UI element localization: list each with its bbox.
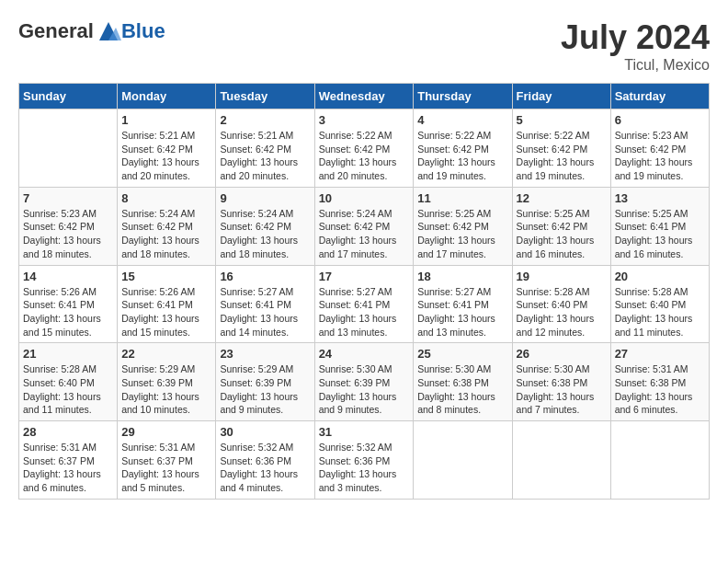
day-number: 11 [417,191,507,205]
day-number: 28 [23,425,113,439]
day-number: 18 [417,270,507,283]
day-info: Sunrise: 5:21 AMSunset: 6:42 PMDaylight:… [220,129,310,183]
day-info: Sunrise: 5:25 AMSunset: 6:42 PMDaylight:… [417,207,507,261]
day-number: 27 [615,347,705,361]
day-info: Sunrise: 5:24 AMSunset: 6:42 PMDaylight:… [220,207,310,261]
calendar-day-cell: 24Sunrise: 5:30 AMSunset: 6:39 PMDayligh… [314,343,414,421]
calendar-day-cell: 28Sunrise: 5:31 AMSunset: 6:37 PMDayligh… [19,421,118,500]
day-of-week-header: Wednesday [314,84,414,109]
day-info: Sunrise: 5:24 AMSunset: 6:42 PMDaylight:… [319,207,410,261]
day-number: 12 [517,191,607,205]
day-info: Sunrise: 5:30 AMSunset: 6:38 PMDaylight:… [417,362,507,417]
calendar-day-cell [414,421,512,500]
day-number: 23 [220,347,310,361]
calendar-day-cell: 21Sunrise: 5:28 AMSunset: 6:40 PMDayligh… [19,343,118,421]
day-info: Sunrise: 5:29 AMSunset: 6:39 PMDaylight:… [121,362,211,417]
day-number: 25 [417,347,507,361]
day-number: 4 [417,113,507,127]
logo: General Blue [18,18,165,44]
calendar-day-cell [512,421,610,500]
calendar-day-cell: 22Sunrise: 5:29 AMSunset: 6:39 PMDayligh… [118,343,216,421]
calendar-day-cell: 26Sunrise: 5:30 AMSunset: 6:38 PMDayligh… [512,343,610,421]
calendar-day-cell: 31Sunrise: 5:32 AMSunset: 6:36 PMDayligh… [314,421,414,500]
day-info: Sunrise: 5:24 AMSunset: 6:42 PMDaylight:… [121,207,211,261]
day-number: 7 [23,191,113,205]
day-info: Sunrise: 5:28 AMSunset: 6:40 PMDaylight:… [615,285,705,339]
calendar-day-cell: 29Sunrise: 5:31 AMSunset: 6:37 PMDayligh… [118,421,216,500]
calendar-day-cell: 8Sunrise: 5:24 AMSunset: 6:42 PMDaylight… [118,187,216,265]
day-info: Sunrise: 5:26 AMSunset: 6:41 PMDaylight:… [121,285,211,339]
day-of-week-header: Tuesday [216,84,314,109]
calendar-day-cell: 27Sunrise: 5:31 AMSunset: 6:38 PMDayligh… [610,343,709,421]
day-info: Sunrise: 5:31 AMSunset: 6:37 PMDaylight:… [121,441,211,495]
day-info: Sunrise: 5:25 AMSunset: 6:41 PMDaylight:… [615,207,705,261]
day-info: Sunrise: 5:22 AMSunset: 6:42 PMDaylight:… [319,129,410,183]
day-info: Sunrise: 5:31 AMSunset: 6:37 PMDaylight:… [23,441,113,495]
day-info: Sunrise: 5:28 AMSunset: 6:40 PMDaylight:… [23,362,113,417]
day-info: Sunrise: 5:27 AMSunset: 6:41 PMDaylight:… [319,285,410,339]
calendar-day-cell: 12Sunrise: 5:25 AMSunset: 6:42 PMDayligh… [512,187,610,265]
day-info: Sunrise: 5:32 AMSunset: 6:36 PMDaylight:… [319,441,410,495]
calendar-day-cell: 2Sunrise: 5:21 AMSunset: 6:42 PMDaylight… [216,109,314,188]
calendar-day-cell [19,109,118,188]
title-block: July 2024 Ticul, Mexico [561,18,710,74]
month-year-title: July 2024 [561,18,710,57]
calendar-day-cell: 1Sunrise: 5:21 AMSunset: 6:42 PMDaylight… [118,109,216,188]
calendar-day-cell: 18Sunrise: 5:27 AMSunset: 6:41 PMDayligh… [414,265,512,343]
day-number: 8 [121,191,211,205]
calendar-day-cell: 4Sunrise: 5:22 AMSunset: 6:42 PMDaylight… [414,109,512,188]
calendar-day-cell: 7Sunrise: 5:23 AMSunset: 6:42 PMDaylight… [19,187,118,265]
calendar-day-cell: 3Sunrise: 5:22 AMSunset: 6:42 PMDaylight… [314,109,414,188]
day-number: 2 [220,113,310,127]
day-info: Sunrise: 5:28 AMSunset: 6:40 PMDaylight:… [517,285,607,339]
calendar-day-cell: 11Sunrise: 5:25 AMSunset: 6:42 PMDayligh… [414,187,512,265]
day-info: Sunrise: 5:23 AMSunset: 6:42 PMDaylight:… [615,129,705,183]
day-info: Sunrise: 5:30 AMSunset: 6:38 PMDaylight:… [517,362,607,417]
day-of-week-header: Thursday [414,84,512,109]
day-info: Sunrise: 5:25 AMSunset: 6:42 PMDaylight:… [517,207,607,261]
day-number: 20 [615,270,705,283]
day-of-week-header: Saturday [610,84,709,109]
calendar-day-cell: 9Sunrise: 5:24 AMSunset: 6:42 PMDaylight… [216,187,314,265]
calendar-day-cell: 17Sunrise: 5:27 AMSunset: 6:41 PMDayligh… [314,265,414,343]
day-info: Sunrise: 5:26 AMSunset: 6:41 PMDaylight:… [23,285,113,339]
day-info: Sunrise: 5:29 AMSunset: 6:39 PMDaylight:… [220,362,310,417]
day-number: 31 [319,425,410,439]
calendar-day-cell: 30Sunrise: 5:32 AMSunset: 6:36 PMDayligh… [216,421,314,500]
calendar-week-row: 14Sunrise: 5:26 AMSunset: 6:41 PMDayligh… [19,265,710,343]
page-header: General Blue July 2024 Ticul, Mexico [18,18,710,74]
calendar-day-cell: 20Sunrise: 5:28 AMSunset: 6:40 PMDayligh… [610,265,709,343]
day-number: 17 [319,270,410,283]
calendar-day-cell: 5Sunrise: 5:22 AMSunset: 6:42 PMDaylight… [512,109,610,188]
calendar-week-row: 7Sunrise: 5:23 AMSunset: 6:42 PMDaylight… [19,187,710,265]
calendar-day-cell: 16Sunrise: 5:27 AMSunset: 6:41 PMDayligh… [216,265,314,343]
day-number: 3 [319,113,410,127]
day-info: Sunrise: 5:23 AMSunset: 6:42 PMDaylight:… [23,207,113,261]
calendar-day-cell: 10Sunrise: 5:24 AMSunset: 6:42 PMDayligh… [314,187,414,265]
location-subtitle: Ticul, Mexico [561,57,710,74]
day-of-week-header: Friday [512,84,610,109]
calendar-day-cell: 25Sunrise: 5:30 AMSunset: 6:38 PMDayligh… [414,343,512,421]
logo-blue: Blue [121,19,165,43]
calendar-week-row: 21Sunrise: 5:28 AMSunset: 6:40 PMDayligh… [19,343,710,421]
day-number: 5 [517,113,607,127]
logo-icon [96,18,121,44]
day-number: 19 [517,270,607,283]
calendar-day-cell: 14Sunrise: 5:26 AMSunset: 6:41 PMDayligh… [19,265,118,343]
day-info: Sunrise: 5:22 AMSunset: 6:42 PMDaylight:… [517,129,607,183]
day-of-week-header: Monday [118,84,216,109]
calendar-week-row: 28Sunrise: 5:31 AMSunset: 6:37 PMDayligh… [19,421,710,500]
day-info: Sunrise: 5:27 AMSunset: 6:41 PMDaylight:… [417,285,507,339]
calendar-day-cell: 15Sunrise: 5:26 AMSunset: 6:41 PMDayligh… [118,265,216,343]
day-number: 9 [220,191,310,205]
day-info: Sunrise: 5:22 AMSunset: 6:42 PMDaylight:… [417,129,507,183]
calendar-day-cell: 6Sunrise: 5:23 AMSunset: 6:42 PMDaylight… [610,109,709,188]
day-number: 16 [220,270,310,283]
day-number: 21 [23,347,113,361]
day-number: 30 [220,425,310,439]
day-number: 13 [615,191,705,205]
logo-general: General [18,19,94,43]
calendar-header-row: SundayMondayTuesdayWednesdayThursdayFrid… [19,84,710,109]
day-info: Sunrise: 5:27 AMSunset: 6:41 PMDaylight:… [220,285,310,339]
day-number: 24 [319,347,410,361]
